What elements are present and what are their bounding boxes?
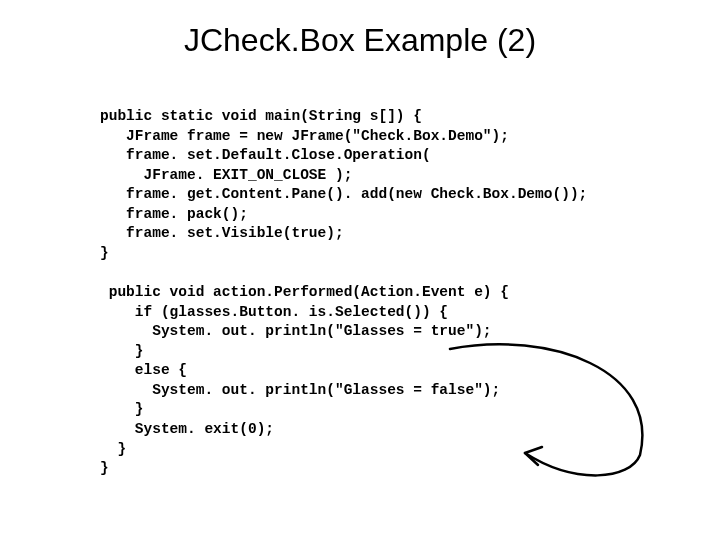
slide-title: JCheck.Box Example (2)	[0, 22, 720, 59]
code-block: public static void main(String s[]) { JF…	[100, 107, 720, 479]
